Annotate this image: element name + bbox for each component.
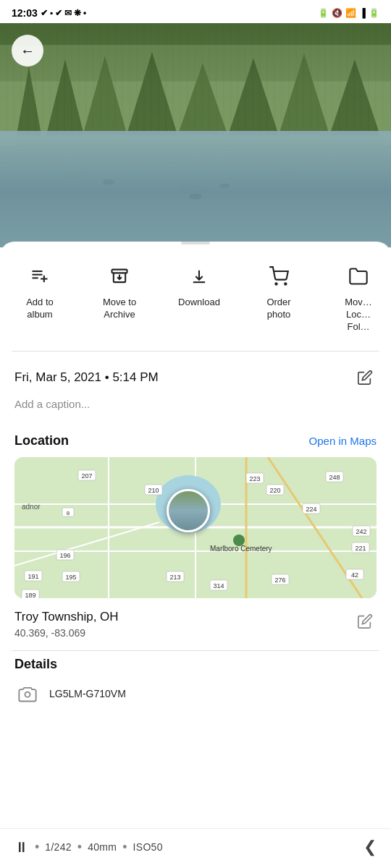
svg-text:276: 276 [274,576,285,584]
separator-3: • [122,840,127,855]
caption-placeholder[interactable]: Add a caption... [14,398,377,410]
edit-location-button[interactable] [353,610,377,633]
time-text: 12:03 [12,7,38,19]
location-coords: 40.369, -83.069 [14,627,119,639]
svg-text:213: 213 [169,574,180,581]
add-to-album-icon [25,262,54,291]
map-container[interactable]: Marlboro Cemetery 207 210 223 248 220 8 … [14,457,377,598]
move-to-archive-button[interactable]: Move toArchive [80,256,159,339]
svg-text:223: 223 [249,475,260,482]
svg-point-76 [25,692,30,697]
location-title: Location [14,433,69,448]
svg-text:314: 314 [213,582,224,590]
svg-text:210: 210 [148,487,159,494]
verify-icon: ✔ [41,8,48,18]
photo-display: ← [0,23,391,247]
svg-text:248: 248 [329,474,340,481]
svg-point-28 [285,283,286,284]
order-photo-icon [264,262,293,291]
move-to-archive-label: Move toArchive [103,297,136,321]
svg-rect-12 [0,145,391,247]
svg-text:195: 195 [65,574,76,581]
wifi-signal-icon: 📶 [345,8,356,18]
svg-point-16 [103,179,114,184]
svg-rect-24 [112,270,127,273]
svg-text:8: 8 [67,510,70,516]
wifi-icon: ❋ [74,8,81,18]
svg-text:42: 42 [351,571,358,579]
move-to-archive-icon [105,262,134,291]
svg-point-18 [219,183,230,187]
water-svg [0,131,391,247]
add-to-album-label: Add toalbum [26,297,54,321]
iso-info: ISO50 [133,841,163,853]
svg-text:191: 191 [28,573,38,580]
date-row: Fri, Mar 5, 2021 • 5:14 PM [14,366,377,389]
svg-text:196: 196 [59,552,70,559]
location-details: Troy Township, OH 40.369, -83.069 [14,610,377,639]
trees-svg [0,23,391,147]
svg-text:224: 224 [306,506,316,513]
bottom-bar-left: ⏸ • 1/242 • 40mm • ISO50 [14,839,163,856]
status-icons: ✔ ▪ ✔ ✉ ❋ • [41,8,86,18]
battery-save-icon: 🔋 [318,8,329,18]
drag-handle [181,242,210,244]
separator-2: • [77,840,82,855]
svg-point-13 [62,171,83,178]
date-text: Fri, Mar 5, 2021 • 5:14 PM [14,370,159,385]
download-label: Download [178,297,220,309]
svg-text:189: 189 [25,592,35,598]
details-title: Details [14,657,377,672]
status-time: 12:03 ✔ ▪ ✔ ✉ ❋ • [12,7,86,19]
camera-icon [14,681,41,707]
move-to-folder-button[interactable]: Mov…Loc…Fol… [319,256,391,339]
download-icon [185,262,214,291]
battery-icon: 🔋 [369,8,379,18]
status-bar: 12:03 ✔ ▪ ✔ ✉ ❋ • 🔋 🔇 📶 ▐ 🔋 [0,0,391,23]
signal-bars-icon: ▐ [359,8,366,18]
status-right-icons: 🔋 🔇 📶 ▐ 🔋 [318,8,379,18]
bottom-bar: ⏸ • 1/242 • 40mm • ISO50 ❮ [0,828,391,868]
svg-point-27 [275,283,277,284]
download-button[interactable]: Download [159,256,239,339]
svg-point-15 [281,168,298,174]
location-text: Troy Township, OH 40.369, -83.069 [14,610,119,639]
open-in-maps-link[interactable]: Open in Maps [309,435,377,447]
order-photo-label: Orderphoto [266,297,290,321]
svg-text:Marlboro Cemetery: Marlboro Cemetery [210,545,272,553]
edit-date-button[interactable] [353,366,377,389]
svg-text:221: 221 [355,545,366,552]
location-header: Location Open in Maps [14,433,377,448]
verify2-icon: ✔ [55,8,62,18]
move-to-folder-label: Mov…Loc…Fol… [345,297,372,333]
location-section: Location Open in Maps [0,433,391,650]
separator-1: • [35,840,39,855]
map-pin [167,489,210,532]
photo-counter: 1/242 [45,841,72,853]
svg-rect-11 [0,131,391,247]
mute-icon: 🔇 [332,8,342,18]
action-row: Add toalbum Move toArchive [0,250,391,351]
mail-icon: ✉ [64,8,72,18]
camera-model-text: LG5LM-G710VM [49,688,126,699]
svg-point-17 [189,193,202,199]
pause-icon: ⏸ [14,839,29,856]
move-to-folder-icon [344,262,373,291]
cam-icon: ▪ [50,8,53,18]
back-button[interactable]: ← [12,35,43,67]
svg-text:adnor: adnor [22,503,41,511]
lens-info: 40mm [88,841,117,853]
svg-text:242: 242 [356,528,366,535]
details-row: LG5LM-G710VM [14,681,377,707]
svg-text:220: 220 [269,487,280,494]
info-section: Fri, Mar 5, 2021 • 5:14 PM Add a caption… [0,352,391,433]
details-section: Details LG5LM-G710VM [0,651,391,718]
svg-point-14 [181,184,210,193]
bottom-sheet: Add toalbum Move toArchive [0,242,391,762]
location-name: Troy Township, OH [14,610,119,624]
svg-text:207: 207 [81,472,92,480]
order-photo-button[interactable]: Orderphoto [239,256,319,339]
dot-icon: • [83,8,86,18]
bottom-nav-button[interactable]: ❮ [363,838,377,856]
add-to-album-button[interactable]: Add toalbum [0,256,80,339]
